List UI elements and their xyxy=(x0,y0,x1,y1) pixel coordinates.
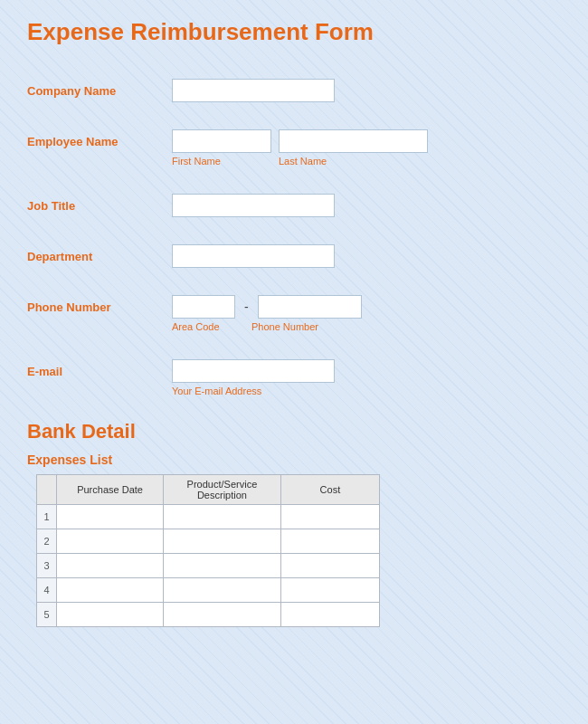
description-cell xyxy=(164,578,281,603)
cost-input[interactable] xyxy=(285,605,375,624)
purchase-date-cell xyxy=(57,603,164,627)
expenses-list-title: Expenses List xyxy=(27,452,561,467)
purchase-date-input[interactable] xyxy=(61,605,159,624)
page-title: Expense Reimbursement Form xyxy=(27,18,561,46)
phone-separator: - xyxy=(242,300,251,314)
phone-number-row: Phone Number - Area Code Phone Number xyxy=(27,290,561,338)
description-cell xyxy=(164,505,281,529)
purchase-date-cell xyxy=(57,578,164,603)
table-row: 3 xyxy=(37,554,380,578)
job-title-row: Job Title xyxy=(27,188,561,223)
email-input[interactable] xyxy=(172,359,335,383)
purchase-date-cell xyxy=(57,554,164,578)
employee-name-hints: First Name Last Name xyxy=(172,153,428,167)
row-number: 5 xyxy=(37,603,57,627)
table-row: 4 xyxy=(37,578,380,603)
purchase-date-input[interactable] xyxy=(61,556,159,576)
company-name-field xyxy=(172,79,335,102)
email-label: E-mail xyxy=(27,359,172,378)
area-code-input[interactable] xyxy=(172,295,235,319)
company-name-input[interactable] xyxy=(172,79,335,102)
email-row: E-mail Your E-mail Address xyxy=(27,354,561,402)
email-hint: Your E-mail Address xyxy=(172,386,335,396)
cost-input[interactable] xyxy=(285,556,375,576)
last-name-hint: Last Name xyxy=(279,156,428,167)
cost-input[interactable] xyxy=(285,580,375,600)
expenses-header-row: Purchase Date Product/Service Descriptio… xyxy=(37,475,380,505)
expenses-table: Purchase Date Product/Service Descriptio… xyxy=(36,474,380,627)
phone-number-input[interactable] xyxy=(258,295,362,319)
bank-detail-title: Bank Detail xyxy=(27,420,561,443)
phone-number-inputs: - xyxy=(172,295,362,319)
department-input[interactable] xyxy=(172,244,335,268)
description-cell xyxy=(164,529,281,554)
job-title-label: Job Title xyxy=(27,194,172,213)
company-name-row: Company Name xyxy=(27,73,561,108)
purchase-date-input[interactable] xyxy=(61,507,159,527)
cost-input[interactable] xyxy=(285,507,375,527)
phone-number-label: Phone Number xyxy=(27,295,172,314)
employee-name-label: Employee Name xyxy=(27,129,172,148)
description-input[interactable] xyxy=(167,531,277,551)
table-row: 1 xyxy=(37,505,380,529)
description-input[interactable] xyxy=(167,605,277,624)
cost-cell xyxy=(280,603,379,627)
phone-hints: Area Code Phone Number xyxy=(172,319,362,332)
department-row: Department xyxy=(27,239,561,273)
area-code-hint: Area Code xyxy=(172,321,235,332)
company-name-label: Company Name xyxy=(27,79,172,98)
description-header: Product/Service Description xyxy=(164,475,281,505)
phone-number-hint: Phone Number xyxy=(251,321,356,332)
description-input[interactable] xyxy=(167,507,277,527)
description-input[interactable] xyxy=(167,556,277,576)
row-number: 1 xyxy=(37,505,57,529)
employee-name-field: First Name Last Name xyxy=(172,129,428,167)
cost-header: Cost xyxy=(280,475,379,505)
cost-cell xyxy=(280,578,379,603)
employee-name-inputs xyxy=(172,129,428,153)
personal-info-section: Company Name Employee Name First Name La… xyxy=(27,73,561,402)
purchase-date-input[interactable] xyxy=(61,531,159,551)
email-field: Your E-mail Address xyxy=(172,359,335,396)
description-cell xyxy=(164,554,281,578)
cost-cell xyxy=(280,505,379,529)
cost-cell xyxy=(280,554,379,578)
cost-cell xyxy=(280,529,379,554)
phone-number-field: - Area Code Phone Number xyxy=(172,295,362,332)
purchase-date-cell xyxy=(57,505,164,529)
department-field xyxy=(172,244,335,268)
row-number: 4 xyxy=(37,578,57,603)
expenses-section: Expenses List Purchase Date Product/Serv… xyxy=(27,452,561,627)
purchase-date-header: Purchase Date xyxy=(57,475,164,505)
first-name-input[interactable] xyxy=(172,129,271,153)
cost-input[interactable] xyxy=(285,531,375,551)
row-number: 3 xyxy=(37,554,57,578)
department-label: Department xyxy=(27,244,172,263)
job-title-field xyxy=(172,194,335,217)
description-cell xyxy=(164,603,281,627)
table-row: 5 xyxy=(37,603,380,627)
row-num-header xyxy=(37,475,57,505)
table-row: 2 xyxy=(37,529,380,554)
purchase-date-input[interactable] xyxy=(61,580,159,600)
job-title-input[interactable] xyxy=(172,194,335,217)
purchase-date-cell xyxy=(57,529,164,554)
employee-name-row: Employee Name First Name Last Name xyxy=(27,124,561,172)
row-number: 2 xyxy=(37,529,57,554)
last-name-input[interactable] xyxy=(279,129,428,153)
description-input[interactable] xyxy=(167,580,277,600)
first-name-hint: First Name xyxy=(172,156,271,167)
